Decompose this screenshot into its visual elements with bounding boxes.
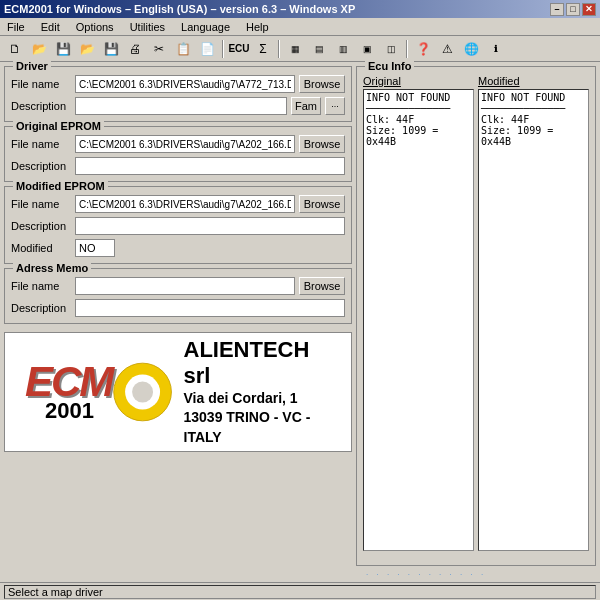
orig-desc-row: Description [11, 157, 345, 175]
status-bar: Select a map driver [0, 582, 600, 600]
logo-area: ECM 2001 ALIENTECH srl Via dei Cordari, … [4, 332, 352, 452]
driver-dots-button[interactable]: ··· [325, 97, 345, 115]
tb-chart2[interactable]: ▤ [308, 39, 330, 59]
main-area: Driver File name Browse Description Fam … [0, 62, 600, 582]
mod-desc-label: Description [11, 220, 71, 232]
tb-sep1 [222, 40, 224, 58]
tb-globe[interactable]: 🌐 [460, 39, 482, 59]
tb-sep3 [406, 40, 408, 58]
alientech-text: ALIENTECH srl Via dei Cordari, 1 13039 T… [184, 337, 332, 448]
tb-ecu[interactable]: ECU [228, 39, 250, 59]
tb-cut[interactable]: ✂ [148, 39, 170, 59]
svg-point-2 [132, 382, 153, 403]
menu-bar: File Edit Options Utilities Language Hel… [0, 18, 600, 36]
ecm-logo: ECM 2001 [25, 361, 112, 424]
tb-help[interactable]: ❓ [412, 39, 434, 59]
tb-sep2 [278, 40, 280, 58]
modified-eprom-label: Modified EPROM [13, 180, 108, 192]
menu-edit[interactable]: Edit [38, 20, 63, 34]
original-eprom-label: Original EPROM [13, 120, 104, 132]
minimize-button[interactable]: – [550, 3, 564, 16]
tb-save[interactable]: 💾 [52, 39, 74, 59]
memo-desc-row: Description [11, 299, 345, 317]
ecu-original-col: Original INFO NOT FOUND──────────────Clk… [363, 75, 474, 551]
tb-open[interactable]: 📂 [28, 39, 50, 59]
adress-memo-group: Adress Memo File name Browse Description [4, 268, 352, 324]
tb-open2[interactable]: 📂 [76, 39, 98, 59]
mod-modified-input[interactable] [75, 239, 115, 257]
tb-chart5[interactable]: ◫ [380, 39, 402, 59]
mod-browse-button[interactable]: Browse [299, 195, 345, 213]
memo-filename-input[interactable] [75, 277, 295, 295]
driver-group: Driver File name Browse Description Fam … [4, 66, 352, 122]
driver-filename-row: File name Browse [11, 75, 345, 93]
title-bar-buttons: – □ ✕ [550, 3, 596, 16]
maximize-button[interactable]: □ [566, 3, 580, 16]
memo-filename-label: File name [11, 280, 71, 292]
dots-line: · · · · · · · · · · · · [356, 570, 596, 578]
tb-warn[interactable]: ⚠ [436, 39, 458, 59]
title-text: ECM2001 for Windows – English (USA) – ve… [4, 3, 355, 15]
driver-filename-label: File name [11, 78, 71, 90]
ecu-info-group: Ecu Info Original INFO NOT FOUND────────… [356, 66, 596, 566]
ecu-modified-label: Modified [478, 75, 589, 87]
tb-print[interactable]: 🖨 [124, 39, 146, 59]
original-eprom-group: Original EPROM File name Browse Descript… [4, 126, 352, 182]
tb-info[interactable]: ℹ [484, 39, 506, 59]
orig-filename-input[interactable] [75, 135, 295, 153]
status-text: Select a map driver [4, 585, 596, 599]
mod-modified-row: Modified [11, 239, 345, 257]
memo-desc-label: Description [11, 302, 71, 314]
alientech-name: ALIENTECH srl [184, 337, 332, 389]
dots-decoration: · · · · · · · · · · · · [366, 570, 486, 579]
tb-chart4[interactable]: ▣ [356, 39, 378, 59]
tb-copy[interactable]: 📋 [172, 39, 194, 59]
memo-filename-row: File name Browse [11, 277, 345, 295]
menu-language[interactable]: Language [178, 20, 233, 34]
menu-utilities[interactable]: Utilities [127, 20, 168, 34]
tb-paste[interactable]: 📄 [196, 39, 218, 59]
title-bar: ECM2001 for Windows – English (USA) – ve… [0, 0, 600, 18]
orig-filename-row: File name Browse [11, 135, 345, 153]
memo-desc-input[interactable] [75, 299, 345, 317]
ecu-modified-col: Modified INFO NOT FOUND──────────────Clk… [478, 75, 589, 551]
mod-filename-row: File name Browse [11, 195, 345, 213]
close-button[interactable]: ✕ [582, 3, 596, 16]
driver-filename-input[interactable] [75, 75, 295, 93]
tb-new[interactable]: 🗋 [4, 39, 26, 59]
ecm-year: 2001 [45, 398, 94, 424]
ecu-inner: Original INFO NOT FOUND──────────────Clk… [363, 75, 589, 551]
mod-desc-row: Description [11, 217, 345, 235]
ecu-modified-text[interactable]: INFO NOT FOUND──────────────Clk: 44FSize… [478, 89, 589, 551]
mod-filename-input[interactable] [75, 195, 295, 213]
menu-options[interactable]: Options [73, 20, 117, 34]
driver-desc-input[interactable] [75, 97, 287, 115]
menu-file[interactable]: File [4, 20, 28, 34]
mod-desc-input[interactable] [75, 217, 345, 235]
orig-filename-label: File name [11, 138, 71, 150]
driver-fam-button[interactable]: Fam [291, 97, 321, 115]
tb-chart1[interactable]: ▦ [284, 39, 306, 59]
alientech-addr-line2: 13039 TRINO - VC - ITALY [184, 408, 332, 447]
tb-sigma[interactable]: Σ [252, 39, 274, 59]
driver-desc-row: Description Fam ··· [11, 97, 345, 115]
memo-browse-button[interactable]: Browse [299, 277, 345, 295]
driver-browse-button[interactable]: Browse [299, 75, 345, 93]
oval-logo-icon [112, 357, 173, 427]
ecu-info-label: Ecu Info [365, 60, 414, 72]
tb-save2[interactable]: 💾 [100, 39, 122, 59]
tb-chart3[interactable]: ▥ [332, 39, 354, 59]
ecu-original-text[interactable]: INFO NOT FOUND──────────────Clk: 44FSize… [363, 89, 474, 551]
orig-desc-input[interactable] [75, 157, 345, 175]
mod-filename-label: File name [11, 198, 71, 210]
ecu-original-label: Original [363, 75, 474, 87]
left-panel: Driver File name Browse Description Fam … [4, 66, 352, 578]
right-panel: Ecu Info Original INFO NOT FOUND────────… [356, 66, 596, 578]
orig-desc-label: Description [11, 160, 71, 172]
adress-memo-label: Adress Memo [13, 262, 91, 274]
menu-help[interactable]: Help [243, 20, 272, 34]
mod-modified-label: Modified [11, 242, 71, 254]
driver-group-label: Driver [13, 60, 51, 72]
orig-browse-button[interactable]: Browse [299, 135, 345, 153]
ecm-text: ECM [25, 361, 112, 403]
